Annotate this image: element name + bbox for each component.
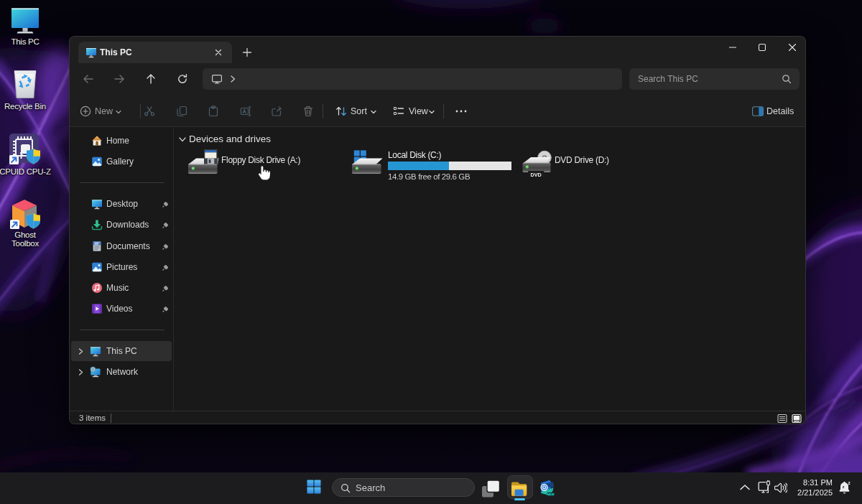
svg-text:z: z — [843, 485, 845, 489]
svg-text:DVD: DVD — [531, 172, 542, 178]
svg-text:z: z — [848, 481, 851, 485]
svg-text:NEW: NEW — [547, 493, 555, 496]
